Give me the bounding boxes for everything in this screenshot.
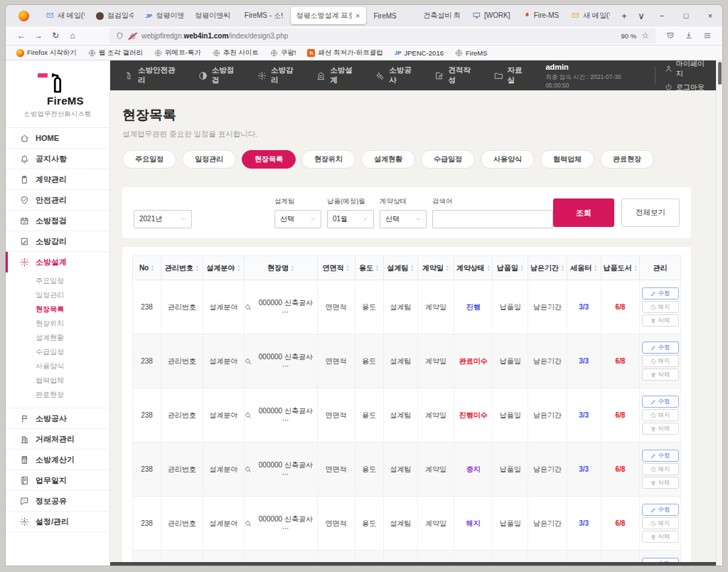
scrollbar-thumb[interactable]	[718, 62, 722, 85]
edit-button[interactable]: 수정	[642, 287, 679, 300]
column-header[interactable]: No▲▼	[133, 256, 161, 280]
column-header[interactable]: 세움터▲▼	[567, 256, 601, 280]
topnav-item[interactable]: 소방설계	[316, 65, 359, 85]
tab-list-button[interactable]: ∨	[633, 11, 650, 21]
keyword-input[interactable]	[432, 210, 553, 228]
column-header[interactable]: 계약상태▲▼	[454, 256, 492, 280]
delivery-docs-count[interactable]: 6/8	[615, 357, 625, 365]
sort-arrows-icon[interactable]: ▲▼	[196, 265, 199, 271]
back-button[interactable]: ←	[13, 31, 30, 41]
sidebar-subitem[interactable]: 주요일정	[6, 274, 109, 288]
page-tab[interactable]: 설계현황	[361, 150, 415, 169]
edit-button[interactable]: 수정	[642, 450, 679, 462]
delete-button[interactable]: 삭제	[642, 477, 679, 489]
insecure-lock-icon[interactable]	[129, 32, 136, 40]
bookmark-item[interactable]: FireMS	[450, 49, 493, 57]
mypage-link[interactable]: 마이페이지	[665, 60, 711, 79]
sidebar-item[interactable]: HOME	[6, 128, 109, 149]
sidebar-subitem[interactable]: 현장목록	[6, 302, 109, 317]
column-header[interactable]: 관리번호▲▼	[161, 256, 203, 280]
sidebar-subitem[interactable]: 사용양식	[6, 359, 109, 374]
sidebar-subitem[interactable]: 완료현장	[6, 388, 109, 402]
sort-arrows-icon[interactable]: ▲▼	[151, 265, 154, 271]
sidebar-item[interactable]: 공지사항	[6, 149, 109, 169]
sidebar-item[interactable]: 설정/관리	[6, 512, 109, 532]
sidebar-item[interactable]: 소방감리	[6, 231, 109, 252]
menu-icon[interactable]	[700, 31, 715, 40]
browser-tab[interactable]: 점검일수계산기	[90, 5, 140, 26]
sidebar-subitem[interactable]: 현장위치	[6, 317, 109, 331]
status-select[interactable]: 선택	[380, 210, 427, 228]
sort-arrows-icon[interactable]: ▲▼	[375, 265, 379, 271]
seumter-count[interactable]: 3/3	[579, 357, 589, 365]
sort-arrows-icon[interactable]: ▲▼	[291, 265, 294, 271]
seumter-count[interactable]: 3/3	[579, 465, 589, 473]
delete-button[interactable]: 삭제	[642, 314, 679, 327]
sidebar-subitem[interactable]: 협력업체	[6, 374, 109, 388]
sidebar-item[interactable]: 업무일지	[6, 470, 109, 491]
seumter-count[interactable]: 3/3	[579, 411, 589, 419]
bookmark-item[interactable]: 쿠팡!	[265, 48, 301, 58]
sidebar-item[interactable]: 소방설계	[6, 252, 109, 272]
page-tab[interactable]: 완료현장	[600, 150, 654, 169]
sort-arrows-icon[interactable]: ▲▼	[410, 265, 414, 271]
site-link[interactable]: 000000 신축공사 ⋯	[245, 406, 317, 424]
view-all-button[interactable]: 전체보기	[621, 198, 680, 227]
delivery-docs-count[interactable]: 6/8	[615, 303, 625, 311]
browser-tab[interactable]: Fire-MS 소방넷	[517, 5, 567, 26]
sidebar-item[interactable]: 정보공유	[6, 491, 109, 512]
edit-button[interactable]: 수정	[642, 504, 679, 516]
column-header[interactable]: 용도▲▼	[355, 256, 383, 280]
sort-arrows-icon[interactable]: ▲▼	[520, 265, 524, 271]
terminate-button[interactable]: 해지	[642, 517, 679, 529]
terminate-button[interactable]: 해지	[642, 409, 679, 421]
column-header[interactable]: 설계분야▲▼	[203, 256, 245, 280]
sort-arrows-icon[interactable]: ▲▼	[346, 265, 350, 271]
edit-button[interactable]: 수정	[642, 396, 679, 408]
new-tab-button[interactable]: +	[616, 11, 633, 21]
maximize-button[interactable]: □	[674, 5, 698, 26]
downloads-icon[interactable]	[681, 31, 697, 40]
edit-button[interactable]: 수정	[642, 341, 679, 354]
page-tab[interactable]: 일정관리	[182, 150, 236, 169]
sidebar-item[interactable]: 거래처관리	[6, 429, 109, 450]
sidebar-item[interactable]: 안전관리	[6, 190, 109, 211]
page-tab[interactable]: 현장위치	[301, 150, 355, 169]
sort-arrows-icon[interactable]: ▲▼	[561, 265, 564, 271]
column-header[interactable]: 납품일▲▼	[493, 256, 528, 280]
bookmark-item[interactable]: h패션 최저가-하프클럽	[302, 48, 387, 58]
shield-icon[interactable]	[116, 32, 124, 40]
page-tab[interactable]: 주요일정	[122, 150, 176, 169]
sort-arrows-icon[interactable]: ▲▼	[633, 265, 637, 271]
browser-tab[interactable]: 새 메일(받은메일	[41, 5, 90, 26]
delete-button[interactable]: 삭제	[642, 423, 679, 435]
close-tab-icon[interactable]: ×	[355, 11, 360, 20]
column-header[interactable]: 남은기간▲▼	[528, 256, 567, 280]
pocket-icon[interactable]	[663, 31, 678, 40]
close-button[interactable]: ×	[698, 5, 722, 26]
reload-button[interactable]: ↻	[47, 31, 64, 41]
site-link[interactable]: 000000 신축공사 ⋯	[245, 298, 317, 316]
zoom-level[interactable]: 90 %	[621, 32, 637, 40]
sort-arrows-icon[interactable]: ▲▼	[237, 265, 240, 271]
delete-button[interactable]: 삭제	[642, 531, 679, 543]
edit-button[interactable]: 수정	[642, 558, 679, 562]
browser-tab[interactable]: [WORK] 건축설	[467, 5, 517, 26]
sidebar-subitem[interactable]: 설계현황	[6, 331, 109, 345]
forward-button[interactable]: →	[30, 31, 47, 41]
search-button[interactable]: 조회	[553, 198, 614, 227]
site-link[interactable]: 000000 신축공사 ⋯	[245, 460, 317, 478]
sort-arrows-icon[interactable]: ▲▼	[594, 265, 597, 271]
delivery-docs-count[interactable]: 6/8	[615, 519, 625, 527]
browser-tab[interactable]: 정평소방설계 프로×	[291, 7, 366, 24]
browser-tab[interactable]: FireMS - 소방감리 프	[239, 5, 289, 26]
browser-tab[interactable]: JP정평이앤씨 소방	[139, 5, 189, 26]
terminate-button[interactable]: 해지	[642, 463, 679, 475]
bookmark-item[interactable]: 웹 조각 갤러리	[83, 48, 148, 58]
browser-tab[interactable]: 새 메일(받은메일	[566, 5, 616, 26]
topnav-item[interactable]: 견적작성	[434, 65, 477, 85]
sidebar-subitem[interactable]: 일정관리	[6, 288, 109, 302]
sidebar-item[interactable]: 소방공사	[6, 408, 109, 429]
column-header[interactable]: 설계팀▲▼	[383, 256, 417, 280]
page-tab[interactable]: 현장목록	[242, 150, 296, 169]
